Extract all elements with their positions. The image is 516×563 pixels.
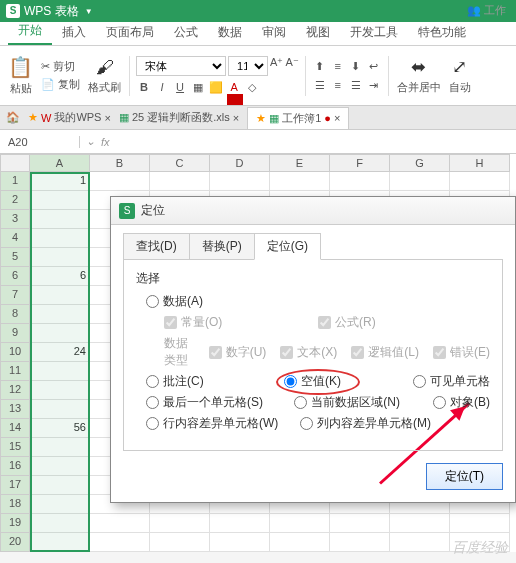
format-painter-icon[interactable]: 🖌 — [96, 57, 114, 78]
tab-start[interactable]: 开始 — [8, 18, 52, 45]
col-header[interactable]: B — [90, 154, 150, 172]
cell[interactable] — [210, 533, 270, 552]
tab-special[interactable]: 特色功能 — [408, 20, 476, 45]
increase-font-icon[interactable]: A⁺ — [270, 56, 283, 76]
opt-rowdiff[interactable]: 行内容差异单元格(W) — [146, 415, 286, 432]
paste-icon[interactable]: 📋 — [8, 55, 33, 79]
row-header[interactable]: 16 — [0, 457, 30, 476]
opt-blank[interactable]: 空值(K) — [284, 373, 399, 390]
row-header[interactable]: 10 — [0, 343, 30, 362]
col-header[interactable]: G — [390, 154, 450, 172]
border-button[interactable]: ▦ — [190, 79, 206, 95]
opt-last[interactable]: 最后一个单元格(S) — [146, 394, 280, 411]
cell[interactable] — [30, 229, 90, 248]
col-header[interactable]: H — [450, 154, 510, 172]
fill-color-button[interactable]: 🟨 — [208, 79, 224, 95]
name-box[interactable]: A20 — [0, 136, 80, 148]
cell[interactable]: 6 — [30, 267, 90, 286]
dlg-tab-find[interactable]: 查找(D) — [123, 233, 190, 260]
cell[interactable] — [30, 381, 90, 400]
cell[interactable] — [210, 172, 270, 191]
col-header[interactable]: D — [210, 154, 270, 172]
doc1-tab[interactable]: ▦ 25 逻辑判断函数.xls × — [119, 110, 239, 125]
cell[interactable] — [30, 248, 90, 267]
cell[interactable]: 24 — [30, 343, 90, 362]
cell[interactable] — [330, 172, 390, 191]
align-center-icon[interactable]: ≡ — [330, 77, 346, 93]
mywps-tab[interactable]: ★ W 我的WPS × — [28, 110, 111, 125]
cell[interactable] — [30, 400, 90, 419]
opt-visible[interactable]: 可见单元格 — [413, 373, 490, 390]
doc2-tab[interactable]: ★▦ 工作簿1 ● × — [247, 107, 349, 129]
cell[interactable] — [30, 210, 90, 229]
cell[interactable] — [30, 286, 90, 305]
fx-icon[interactable]: fx — [101, 136, 110, 148]
cell[interactable] — [30, 514, 90, 533]
select-all-corner[interactable] — [0, 154, 30, 172]
font-color-button[interactable]: A — [226, 79, 242, 95]
indent-icon[interactable]: ⇥ — [366, 77, 382, 93]
fx-dropdown-icon[interactable]: ⌄ — [86, 135, 95, 148]
cell[interactable] — [30, 191, 90, 210]
merge-icon[interactable]: ⬌ — [411, 56, 426, 78]
row-header[interactable]: 8 — [0, 305, 30, 324]
cell[interactable] — [390, 514, 450, 533]
auto-button[interactable]: 自动 — [449, 80, 471, 95]
row-header[interactable]: 20 — [0, 533, 30, 552]
row-header[interactable]: 2 — [0, 191, 30, 210]
cell[interactable] — [30, 362, 90, 381]
align-right-icon[interactable]: ☰ — [348, 77, 364, 93]
align-left-icon[interactable]: ☰ — [312, 77, 328, 93]
underline-button[interactable]: U — [172, 79, 188, 95]
cell[interactable] — [330, 514, 390, 533]
opt-data[interactable]: 数据(A) — [146, 293, 286, 310]
tab-review[interactable]: 审阅 — [252, 20, 296, 45]
col-header[interactable]: C — [150, 154, 210, 172]
cell[interactable] — [270, 514, 330, 533]
align-top-icon[interactable]: ⬆ — [312, 58, 328, 74]
font-size-select[interactable]: 11 — [228, 56, 268, 76]
merge-button[interactable]: 合并居中 — [397, 80, 441, 95]
row-header[interactable]: 15 — [0, 438, 30, 457]
cell[interactable] — [210, 514, 270, 533]
row-header[interactable]: 1 — [0, 172, 30, 191]
bold-button[interactable]: B — [136, 79, 152, 95]
row-header[interactable]: 3 — [0, 210, 30, 229]
row-header[interactable]: 11 — [0, 362, 30, 381]
cell[interactable] — [270, 533, 330, 552]
dlg-tab-replace[interactable]: 替换(P) — [189, 233, 255, 260]
row-header[interactable]: 14 — [0, 419, 30, 438]
title-dropdown-icon[interactable]: ▼ — [85, 7, 93, 16]
row-header[interactable]: 19 — [0, 514, 30, 533]
dlg-tab-goto[interactable]: 定位(G) — [254, 233, 321, 260]
autofit-icon[interactable]: ⤢ — [452, 56, 467, 78]
cell[interactable] — [30, 324, 90, 343]
row-header[interactable]: 9 — [0, 324, 30, 343]
tab-layout[interactable]: 页面布局 — [96, 20, 164, 45]
align-bottom-icon[interactable]: ⬇ — [348, 58, 364, 74]
cell[interactable] — [90, 172, 150, 191]
align-middle-icon[interactable]: ≡ — [330, 58, 346, 74]
cell[interactable] — [30, 305, 90, 324]
cell[interactable] — [270, 172, 330, 191]
cell[interactable] — [150, 514, 210, 533]
row-header[interactable]: 6 — [0, 267, 30, 286]
home-tab-icon[interactable]: 🏠 — [6, 111, 20, 124]
paste-button[interactable]: 粘贴 — [10, 81, 32, 96]
row-header[interactable]: 12 — [0, 381, 30, 400]
cell[interactable] — [390, 172, 450, 191]
col-header[interactable]: A — [30, 154, 90, 172]
row-header[interactable]: 7 — [0, 286, 30, 305]
tab-formula[interactable]: 公式 — [164, 20, 208, 45]
cell[interactable] — [150, 172, 210, 191]
row-header[interactable]: 18 — [0, 495, 30, 514]
cell[interactable] — [150, 533, 210, 552]
tab-dev[interactable]: 开发工具 — [340, 20, 408, 45]
cell[interactable]: 1 — [30, 172, 90, 191]
cell[interactable] — [90, 514, 150, 533]
col-header[interactable]: F — [330, 154, 390, 172]
cell[interactable] — [30, 533, 90, 552]
opt-coldiff[interactable]: 列内容差异单元格(M) — [300, 415, 431, 432]
cell[interactable] — [450, 172, 510, 191]
tab-insert[interactable]: 插入 — [52, 20, 96, 45]
